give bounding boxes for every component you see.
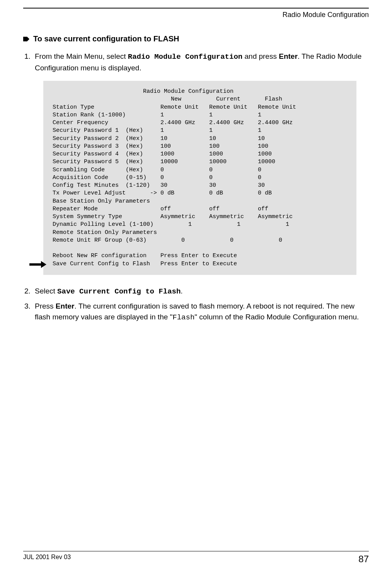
svg-marker-0 <box>23 37 29 41</box>
step-list-cont: Select Save Current Config to Flash. Pre… <box>23 286 369 323</box>
section-title-row: To save current configuration to FLASH <box>23 34 369 43</box>
step-3-key: Enter <box>56 302 75 310</box>
svg-marker-2 <box>41 261 46 268</box>
page-footer: JUL 2001 Rev 03 87 <box>23 551 369 565</box>
svg-rect-1 <box>29 263 41 266</box>
step-list: From the Main Menu, select Radio Module … <box>23 51 369 73</box>
step-2-post: . <box>181 287 182 295</box>
step-1-pre: From the Main Menu, select <box>35 52 128 60</box>
step-3-post: " column of the Radio Module Configurati… <box>194 313 359 321</box>
step-2-menu: Save Current Config to Flash <box>57 287 181 296</box>
procedure-bullet-icon <box>23 36 29 42</box>
pointer-arrow-icon <box>29 261 46 268</box>
footer-left: JUL 2001 Rev 03 <box>23 554 71 565</box>
step-2-pre: Select <box>35 287 57 295</box>
step-3-pre: Press <box>35 302 56 310</box>
step-1: From the Main Menu, select Radio Module … <box>32 51 369 73</box>
step-1-menu: Radio Module Configuration <box>128 53 242 61</box>
step-1-key: Enter <box>279 52 298 60</box>
section-title: To save current configuration to FLASH <box>33 34 179 43</box>
footer-page-number: 87 <box>358 554 369 565</box>
step-3: Press Enter. The current configuration i… <box>32 301 369 323</box>
terminal-screen: Radio Module Configuration New Current F… <box>43 81 356 275</box>
running-header: Radio Module Configuration <box>23 8 369 19</box>
running-header-text: Radio Module Configuration <box>283 11 369 19</box>
terminal-wrap: Radio Module Configuration New Current F… <box>43 81 369 275</box>
step-1-mid: and press <box>242 52 279 60</box>
step-3-col: Flash <box>172 313 194 322</box>
step-2: Select Save Current Config to Flash. <box>32 286 369 297</box>
